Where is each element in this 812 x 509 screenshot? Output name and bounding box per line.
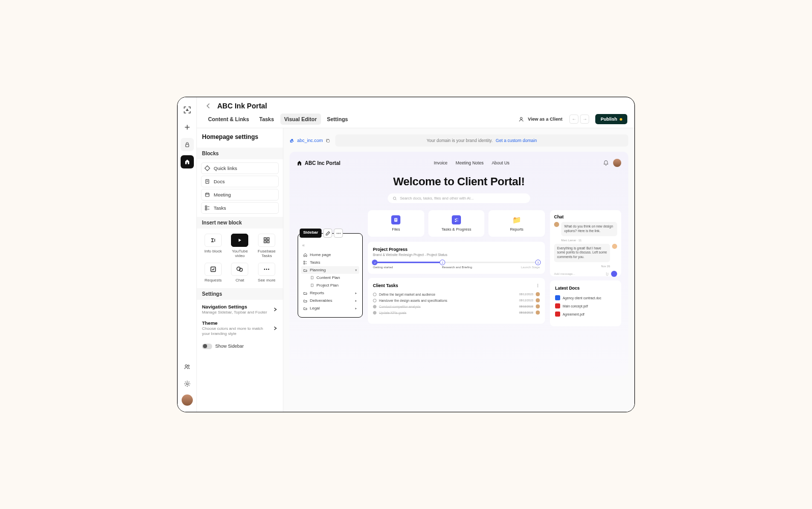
- block-docs[interactable]: Docs: [201, 176, 279, 187]
- nav-next-button[interactable]: →: [580, 115, 589, 124]
- show-sidebar-label: Show Sidebar: [215, 344, 244, 349]
- svg-rect-9: [206, 209, 207, 210]
- tab-visual-editor[interactable]: Visual Editor: [280, 114, 321, 125]
- preview-avatar[interactable]: [613, 159, 621, 167]
- stage-1-marker: ✓: [372, 260, 378, 265]
- more-icon[interactable]: [536, 284, 540, 288]
- user-avatar[interactable]: [182, 394, 193, 406]
- svg-rect-30: [395, 219, 397, 219]
- sidebar-reports[interactable]: Reports▸: [302, 289, 358, 297]
- chat-message-2: Everything is great! But I have some poi…: [554, 244, 610, 262]
- show-sidebar-toggle[interactable]: [202, 344, 212, 349]
- nav-prev-button[interactable]: ←: [569, 115, 578, 124]
- chat-send-button[interactable]: [611, 271, 617, 277]
- svg-point-32: [537, 284, 538, 285]
- project-progress-card: Project Progress Brand & Website Redesig…: [368, 242, 545, 274]
- task-row[interactable]: Conduct competitor analysis08/15/2023: [373, 303, 540, 309]
- svg-rect-20: [327, 139, 329, 142]
- attach-icon[interactable]: [604, 271, 609, 276]
- sidebar-deliverables[interactable]: Deliverables▸: [302, 297, 358, 304]
- task-row[interactable]: Handover the design assets and specifica…: [373, 297, 540, 303]
- tab-content-links[interactable]: Content & Links: [204, 114, 253, 125]
- task-row[interactable]: Define the target market and audience08/…: [373, 291, 540, 297]
- chat-input[interactable]: Add message...: [554, 272, 602, 275]
- chevron-right-icon: [273, 326, 278, 331]
- svg-point-34: [537, 287, 538, 288]
- edit-element-button[interactable]: [323, 229, 332, 238]
- sidebar-element-selected[interactable]: Sidebar « Home page Tasks Planning▾ Cont…: [298, 233, 363, 318]
- sidebar-home[interactable]: Home page: [302, 251, 358, 259]
- preview-nav-about[interactable]: About Us: [491, 160, 509, 165]
- svg-rect-0: [186, 145, 189, 147]
- svg-point-4: [520, 117, 522, 119]
- block-tasks[interactable]: Tasks: [201, 202, 279, 214]
- home-icon[interactable]: [181, 155, 194, 168]
- card-reports[interactable]: 📁Reports: [488, 210, 545, 237]
- preview-brand: ABC Inc Portal: [297, 160, 340, 166]
- insert-info-block[interactable]: Info block: [201, 233, 225, 259]
- svg-rect-25: [304, 261, 305, 262]
- view-as-client[interactable]: View as a Client: [518, 117, 563, 122]
- insert-see-more[interactable]: See more: [254, 262, 279, 284]
- collapse-sidebar-icon[interactable]: «: [302, 243, 358, 248]
- chevron-right-icon: ▸: [355, 291, 357, 295]
- preview-nav: Invoice Meeting Notes About Us: [434, 160, 510, 165]
- view-as-label: View as a Client: [528, 117, 563, 122]
- insert-requests[interactable]: Requests: [201, 262, 225, 284]
- theme-settings-button[interactable]: Theme Choose colors and more to match yo…: [202, 320, 278, 336]
- svg-point-19: [268, 269, 269, 270]
- sidebar-planning[interactable]: Planning▾: [301, 266, 359, 274]
- bell-icon[interactable]: [603, 160, 609, 166]
- domain-hint-bar: Your domain is your brand identity. Get …: [335, 134, 628, 147]
- card-tasks-progress[interactable]: Tasks & Progress: [428, 210, 485, 237]
- sidebar-project-plan[interactable]: Project Plan: [302, 281, 358, 289]
- tab-tasks[interactable]: Tasks: [255, 114, 278, 125]
- add-icon[interactable]: [181, 121, 194, 134]
- chevron-right-icon: ▸: [355, 306, 357, 310]
- publish-button[interactable]: Publish: [595, 114, 627, 124]
- svg-point-18: [266, 269, 267, 270]
- stage-2-marker: 2: [440, 260, 445, 265]
- doc-row[interactable]: Main concept.pdf: [555, 302, 616, 310]
- header: ABC Ink Portal Content & Links Tasks Vis…: [197, 97, 634, 128]
- task-row[interactable]: Update KPIs goals08/15/2023: [373, 309, 540, 316]
- sidebar-tasks[interactable]: Tasks: [302, 259, 358, 266]
- insert-chat[interactable]: Chat: [228, 262, 252, 284]
- doc-row[interactable]: Agency client contract.doc: [555, 294, 616, 302]
- custom-domain-link[interactable]: Get a custom domain: [496, 138, 537, 143]
- client-tasks-card: Client Tasks Define the target market an…: [368, 278, 545, 324]
- svg-point-24: [339, 233, 340, 234]
- nav-settings-button[interactable]: Navigation Settings Manage Sidebar, Topb…: [202, 304, 278, 315]
- tab-settings[interactable]: Settings: [323, 114, 352, 125]
- svg-rect-5: [205, 166, 210, 171]
- preview-nav-invoice[interactable]: Invoice: [434, 160, 448, 165]
- domain-link[interactable]: abc_inc.com: [289, 138, 330, 143]
- settings-icon[interactable]: [181, 377, 194, 390]
- sidebar-content-plan[interactable]: Content Plan: [302, 274, 358, 281]
- preview-search[interactable]: Search docs, tasks, files and other with…: [388, 193, 530, 203]
- copy-icon[interactable]: [326, 138, 330, 143]
- back-button[interactable]: [204, 101, 213, 110]
- tabbar: Content & Links Tasks Visual Editor Sett…: [204, 114, 627, 128]
- preview-nav-meeting[interactable]: Meeting Notes: [456, 160, 484, 165]
- block-meeting[interactable]: Meeting: [201, 189, 279, 201]
- publish-label: Publish: [600, 117, 617, 122]
- svg-rect-13: [267, 241, 269, 243]
- blocks-heading: Blocks: [197, 148, 283, 159]
- insert-youtube[interactable]: YouTube video: [228, 233, 252, 259]
- doc-row[interactable]: Agreement.pdf: [555, 310, 616, 318]
- chat-message-1: What do you think on new design options?…: [561, 222, 617, 236]
- members-icon[interactable]: [181, 360, 194, 373]
- svg-point-22: [336, 233, 337, 234]
- svg-point-23: [338, 233, 339, 234]
- insert-fusebase-tasks[interactable]: Fusebase Tasks: [254, 233, 279, 259]
- card-files[interactable]: Files: [368, 210, 424, 237]
- block-quick-links[interactable]: Quick links: [201, 162, 279, 174]
- logo-icon[interactable]: [181, 103, 194, 117]
- element-more-button[interactable]: [334, 229, 343, 238]
- svg-rect-28: [311, 284, 313, 287]
- sidebar-legal[interactable]: Legal▸: [302, 304, 358, 312]
- svg-point-33: [537, 285, 538, 286]
- lock-icon[interactable]: [181, 138, 194, 151]
- panel-title: Homepage settings: [202, 133, 278, 140]
